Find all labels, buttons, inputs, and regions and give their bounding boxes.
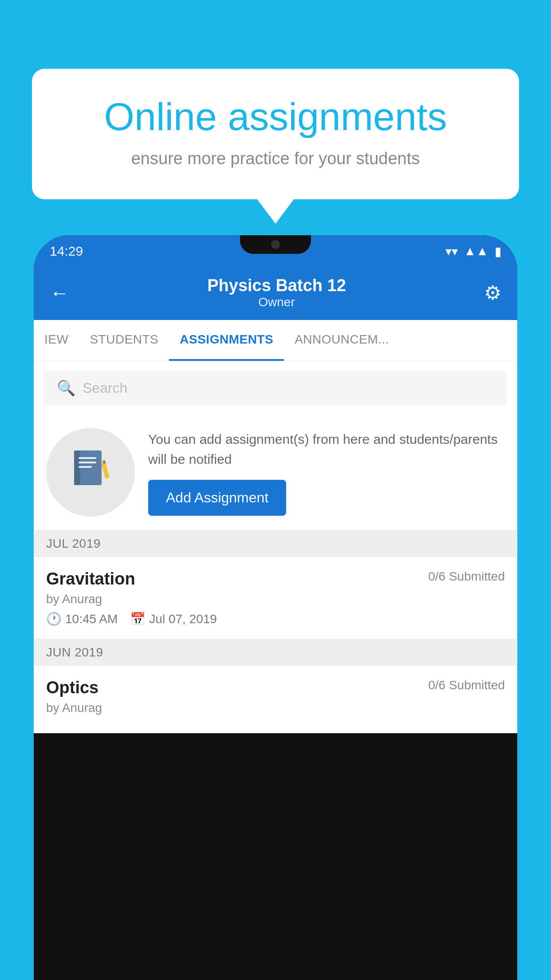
notch [240,235,311,254]
assignment-date: 📅 Jul 07, 2019 [130,612,217,626]
promo-section: You can add assignment(s) from here and … [34,415,517,530]
assignment-row-top-optics: Optics 0/6 Submitted [46,678,505,697]
assignment-date-value: Jul 07, 2019 [149,612,217,626]
assignment-item-optics[interactable]: Optics 0/6 Submitted by Anurag [34,666,517,733]
app-header: ← Physics Batch 12 Owner ⚙ [34,267,517,320]
wifi-icon: ▾▾ [445,244,458,259]
assignment-submitted: 0/6 Submitted [428,569,505,584]
bubble-title: Online assignments [67,95,484,138]
search-bar-container: 🔍 Search [34,361,517,415]
section-header-jul: JUL 2019 [34,530,517,557]
assignment-row-top: Gravitation 0/6 Submitted [46,569,505,589]
search-icon: 🔍 [57,379,75,397]
assignment-item-gravitation[interactable]: Gravitation 0/6 Submitted by Anurag 🕐 10… [34,557,517,639]
svg-rect-4 [79,466,92,468]
calendar-icon: 📅 [130,612,146,626]
assignment-time-value: 10:45 AM [65,612,118,626]
search-placeholder: Search [83,380,127,396]
svg-rect-3 [79,462,96,463]
section-label-jun: JUN 2019 [46,645,103,659]
optics-name: Optics [46,678,98,697]
section-header-jun: JUN 2019 [34,639,517,666]
svg-rect-1 [74,450,80,485]
clock-icon: 🕐 [46,612,62,626]
promo-content: You can add assignment(s) from here and … [148,429,505,516]
assignment-by: by Anurag [46,592,505,606]
header-center: Physics Batch 12 Owner [207,276,346,309]
section-label-jul: JUL 2019 [46,537,101,550]
tab-assignments[interactable]: ASSIGNMENTS [169,320,284,361]
phone-screen: 🔍 Search [34,361,517,733]
tab-announcements[interactable]: ANNOUNCEM... [284,320,400,361]
svg-rect-2 [79,457,96,459]
search-bar[interactable]: 🔍 Search [44,370,507,406]
promo-description: You can add assignment(s) from here and … [148,429,505,469]
status-time: 14:29 [50,244,83,259]
batch-subtitle: Owner [207,295,346,309]
tab-iew[interactable]: IEW [34,320,79,361]
assignment-time: 🕐 10:45 AM [46,612,118,626]
optics-by: by Anurag [46,701,505,715]
bubble-subtitle: ensure more practice for your students [67,149,484,168]
promo-icon-circle [46,428,135,517]
assignment-name: Gravitation [46,569,135,589]
batch-title: Physics Batch 12 [207,276,346,295]
status-icons: ▾▾ ▲▲ ▮ [445,244,501,259]
add-assignment-button[interactable]: Add Assignment [148,480,286,516]
tabs-container: IEW STUDENTS ASSIGNMENTS ANNOUNCEM... [34,320,517,361]
assignment-meta: 🕐 10:45 AM 📅 Jul 07, 2019 [46,612,505,626]
camera-dot [271,240,280,249]
phone-frame: 14:29 ▾▾ ▲▲ ▮ ← Physics Batch 12 Owner ⚙… [34,235,517,980]
signal-icon: ▲▲ [464,244,488,258]
battery-icon: ▮ [495,244,501,259]
speech-bubble: Online assignments ensure more practice … [32,69,519,199]
tab-students[interactable]: STUDENTS [79,320,169,361]
status-bar: 14:29 ▾▾ ▲▲ ▮ [34,235,517,267]
speech-bubble-container: Online assignments ensure more practice … [32,69,519,199]
notebook-icon [71,448,110,497]
optics-submitted: 0/6 Submitted [428,678,505,692]
back-button[interactable]: ← [50,282,69,304]
settings-button[interactable]: ⚙ [484,281,501,304]
